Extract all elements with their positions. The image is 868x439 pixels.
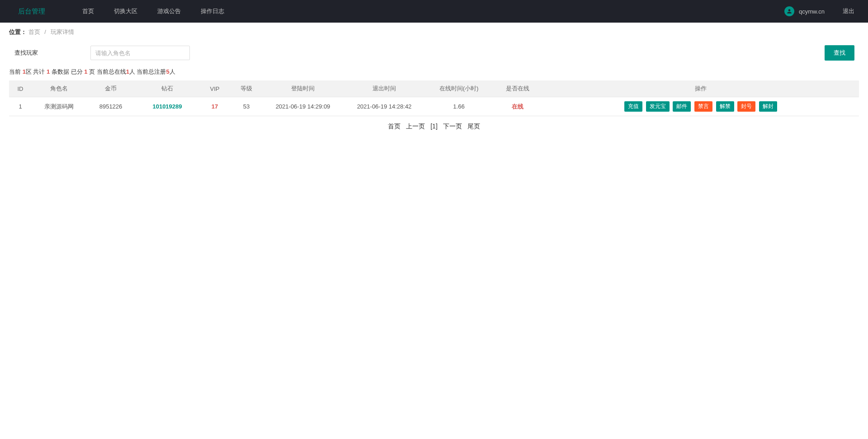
breadcrumb-current: 玩家详情 [51,28,74,35]
td-diamond: 101019289 [136,97,199,116]
th-diamond: 钻石 [136,80,199,97]
stats-registered: 5 [166,68,170,75]
page-prev[interactable]: 上一页 [406,123,425,130]
nav-items: 首页 切换大区 游戏公告 操作日志 [72,0,784,23]
td-online-time: 1.66 [425,97,493,116]
nav-item-home[interactable]: 首页 [72,0,104,23]
search-label: 查找玩家 [9,49,90,57]
th-logout: 退出时间 [344,80,425,97]
page-last[interactable]: 尾页 [467,123,480,130]
td-is-online: 在线 [493,97,542,116]
th-vip: VIP [199,80,231,97]
nav-item-oplog[interactable]: 操作日志 [191,0,234,23]
stats-online: 1 [126,68,129,75]
stats-zone: 1 [23,68,26,75]
breadcrumb-label: 位置： [9,28,27,35]
td-vip: 17 [199,97,231,116]
td-logout: 2021-06-19 14:28:42 [344,97,425,116]
th-level: 等级 [231,80,262,97]
th-login: 登陆时间 [262,80,344,97]
page-current: [1] [430,123,438,130]
td-id: 1 [9,97,32,116]
stats-total-prefix: 共计 [32,68,47,75]
th-name: 角色名 [32,80,86,97]
action-mute[interactable]: 禁言 [694,101,712,112]
page-next[interactable]: 下一页 [443,123,462,130]
td-login: 2021-06-19 14:29:09 [262,97,344,116]
brand[interactable]: 后台管理 [9,7,45,16]
stats-row: 当前 1区 共计 1 条数据 已分 1 页 当前总在线1人 当前总注册5人 [0,66,868,80]
navbar: 后台管理 首页 切换大区 游戏公告 操作日志 qcymw.cn 退出 [0,0,868,23]
action-send-ingot[interactable]: 发元宝 [646,101,670,112]
stats-online-suffix: 人 当前总注册 [129,68,166,75]
table-header-row: ID 角色名 金币 钻石 VIP 等级 登陆时间 退出时间 在线时间(小时) 是… [9,80,859,97]
username[interactable]: qcymw.cn [799,8,825,15]
td-name: 亲测源码网 [32,97,86,116]
page-first[interactable]: 首页 [388,123,401,130]
action-recharge[interactable]: 充值 [624,101,642,112]
action-ban[interactable]: 封号 [737,101,755,112]
th-online-time: 在线时间(小时) [425,80,493,97]
td-level: 53 [231,97,262,116]
search-button[interactable]: 查找 [825,45,854,61]
breadcrumb: 位置： 首页 / 玩家详情 [0,23,868,42]
th-id: ID [9,80,32,97]
th-is-online: 是否在线 [493,80,542,97]
breadcrumb-home[interactable]: 首页 [28,28,40,35]
player-table: ID 角色名 金币 钻石 VIP 等级 登陆时间 退出时间 在线时间(小时) 是… [9,80,859,116]
stats-zone-suffix: 区 [26,68,32,75]
pagination: 首页 上一页 [1] 下一页 尾页 [0,116,868,137]
action-unmute[interactable]: 解禁 [716,101,734,112]
logout-link[interactable]: 退出 [838,7,859,15]
stats-total-suffix: 条数据 已分 [50,68,84,75]
th-actions: 操作 [542,80,859,97]
breadcrumb-sep: / [44,28,46,35]
td-gold: 8951226 [86,97,136,116]
table-row: 1 亲测源码网 8951226 101019289 17 53 2021-06-… [9,97,859,116]
nav-right: qcymw.cn 退出 [784,6,859,16]
th-gold: 金币 [86,80,136,97]
avatar-icon [784,6,794,16]
table-wrap: ID 角色名 金币 钻石 VIP 等级 登陆时间 退出时间 在线时间(小时) 是… [0,80,868,116]
nav-item-announcement[interactable]: 游戏公告 [147,0,191,23]
nav-item-switch-zone[interactable]: 切换大区 [104,0,147,23]
stats-registered-suffix: 人 [170,68,175,75]
search-row: 查找玩家 查找 [0,42,868,66]
stats-prefix: 当前 [9,68,23,75]
td-actions: 充值 发元宝 邮件 禁言 解禁 封号 解封 [542,97,859,116]
action-mail[interactable]: 邮件 [673,101,691,112]
search-input[interactable] [90,46,190,60]
action-unban[interactable]: 解封 [759,101,777,112]
stats-pages-suffix: 页 当前总在线 [87,68,126,75]
